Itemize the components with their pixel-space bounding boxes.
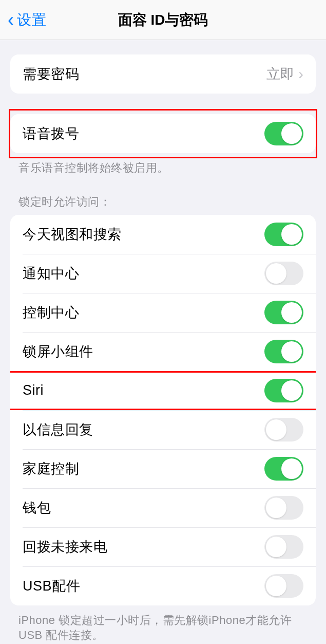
row-label: 语音拨号 <box>23 124 79 143</box>
row-voice-dial: 语音拨号 <box>10 114 316 153</box>
row-label: 锁屏小组件 <box>23 342 93 361</box>
row-locked-item: USB配件 <box>10 566 316 605</box>
row-label: 回拨未接来电 <box>23 538 107 556</box>
row-value: 立即 <box>266 65 294 83</box>
row-locked-item: 控制中心 <box>10 293 316 332</box>
row-label: 钱包 <box>23 499 51 517</box>
row-label: Siri <box>23 382 44 398</box>
chevron-right-icon: › <box>298 65 303 83</box>
row-locked-item: 钱包 <box>10 488 316 527</box>
toggle-locked-item[interactable] <box>264 301 303 324</box>
row-label: 家庭控制 <box>23 459 79 478</box>
group-require-passcode: 需要密码 立即 › <box>10 54 316 94</box>
row-locked-item: Siri <box>10 371 316 410</box>
toggle-locked-item[interactable] <box>264 262 303 285</box>
toggle-locked-item[interactable] <box>264 379 303 402</box>
toggle-locked-item[interactable] <box>264 340 303 363</box>
group-footer-voice: 音乐语音控制将始终被启用。 <box>0 153 326 176</box>
row-locked-item: 通知中心 <box>10 254 316 293</box>
settings-content: 需要密码 立即 › 语音拨号 音乐语音控制将始终被启用。 锁定时允许访问： 今天… <box>0 54 326 643</box>
back-label: 设置 <box>17 10 47 30</box>
toggle-locked-item[interactable] <box>264 574 303 598</box>
row-label: 通知中心 <box>23 264 79 283</box>
toggle-voice-dial[interactable] <box>264 122 303 145</box>
row-label: 今天视图和搜索 <box>23 225 122 244</box>
chevron-left-icon: ‹ <box>8 9 14 31</box>
toggle-locked-item[interactable] <box>264 457 303 481</box>
row-require-passcode[interactable]: 需要密码 立即 › <box>10 54 316 94</box>
row-locked-item: 以信息回复 <box>10 410 316 449</box>
group-footer-locked: iPhone 锁定超过一小时后，需先解锁iPhone才能允许 USB 配件连接。 <box>0 605 326 643</box>
row-label: USB配件 <box>23 577 80 595</box>
row-label: 需要密码 <box>23 65 79 83</box>
group-voice-dial: 语音拨号 <box>10 114 316 153</box>
row-label: 以信息回复 <box>23 420 93 439</box>
row-value-wrap: 立即 › <box>266 65 303 83</box>
row-locked-item: 今天视图和搜索 <box>10 215 316 254</box>
back-button[interactable]: ‹ 设置 <box>0 9 47 31</box>
toggle-locked-item[interactable] <box>264 223 303 246</box>
group-header-locked: 锁定时允许访问： <box>0 176 326 215</box>
group-allow-when-locked: 今天视图和搜索通知中心控制中心锁屏小组件Siri以信息回复家庭控制钱包回拨未接来… <box>10 215 316 605</box>
page-title: 面容 ID与密码 <box>118 10 208 30</box>
row-label: 控制中心 <box>23 303 79 322</box>
toggle-locked-item[interactable] <box>264 496 303 520</box>
toggle-locked-item[interactable] <box>264 535 303 559</box>
navigation-bar: ‹ 设置 面容 ID与密码 <box>0 0 326 40</box>
row-locked-item: 家庭控制 <box>10 449 316 488</box>
row-locked-item: 回拨未接来电 <box>10 527 316 566</box>
toggle-locked-item[interactable] <box>264 418 303 441</box>
row-locked-item: 锁屏小组件 <box>10 332 316 371</box>
